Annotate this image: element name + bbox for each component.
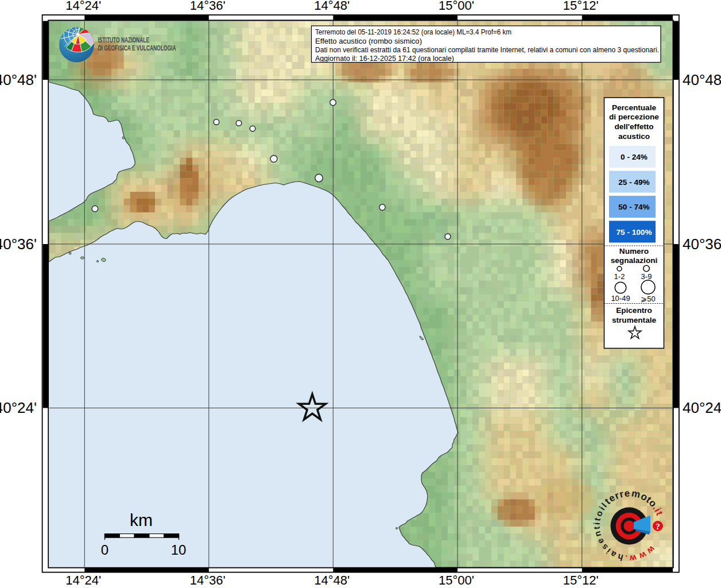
svg-text:ISTITUTO NAZIONALE: ISTITUTO NAZIONALE xyxy=(98,36,150,44)
svg-text:14°48': 14°48' xyxy=(314,0,350,13)
svg-text:40°24': 40°24' xyxy=(0,399,37,416)
svg-text:strumentale: strumentale xyxy=(612,316,656,324)
svg-text:14°24': 14°24' xyxy=(65,0,101,13)
svg-text:e: e xyxy=(624,488,630,499)
svg-text:segnalazioni: segnalazioni xyxy=(611,256,658,265)
svg-text:15°00': 15°00' xyxy=(439,573,474,587)
svg-text:Aggiornato il: 16-12-2025 17:4: Aggiornato il: 16-12-2025 17:42 (ora loc… xyxy=(315,55,454,63)
svg-text:14°36': 14°36' xyxy=(190,0,226,13)
svg-text:10: 10 xyxy=(171,542,187,558)
svg-text:40°48': 40°48' xyxy=(0,71,37,88)
svg-text:Percentuale: Percentuale xyxy=(612,103,657,112)
svg-text:15°12': 15°12' xyxy=(563,573,599,587)
svg-text:14°48': 14°48' xyxy=(314,573,350,587)
svg-text:Effetto acustico (rombo sismic: Effetto acustico (rombo sismico) xyxy=(315,37,422,45)
svg-text:dell'effetto: dell'effetto xyxy=(614,122,653,131)
svg-text:w: w xyxy=(629,553,638,563)
svg-text:40°36': 40°36' xyxy=(0,235,37,253)
svg-text:0 - 24%: 0 - 24% xyxy=(621,153,648,161)
svg-text:3-9: 3-9 xyxy=(641,272,652,281)
svg-text:75 - 100%: 75 - 100% xyxy=(617,228,652,237)
svg-text:50 - 74%: 50 - 74% xyxy=(618,203,649,211)
svg-text:Dati non verificati estratti d: Dati non verificati estratti da 61 quest… xyxy=(315,46,659,54)
svg-text:14°24': 14°24' xyxy=(65,573,101,587)
svg-text:15°12': 15°12' xyxy=(563,0,599,13)
svg-text:40°36': 40°36' xyxy=(683,235,721,253)
svg-text:DI GEOFISICA E VULCANOLOGIA: DI GEOFISICA E VULCANOLOGIA xyxy=(98,44,176,52)
svg-text:40°48': 40°48' xyxy=(683,71,721,88)
svg-text:Epicentro: Epicentro xyxy=(616,306,652,315)
svg-text:km: km xyxy=(130,510,153,529)
svg-text:14°36': 14°36' xyxy=(190,573,226,587)
svg-text:Numero: Numero xyxy=(619,247,649,256)
svg-text:acustico: acustico xyxy=(618,132,650,141)
svg-text:di percezione: di percezione xyxy=(609,113,659,121)
svg-text:15°00': 15°00' xyxy=(439,0,474,13)
svg-text:?: ? xyxy=(656,522,660,531)
svg-text:0: 0 xyxy=(101,542,108,558)
svg-text:⩾50: ⩾50 xyxy=(641,295,655,303)
svg-text:1-2: 1-2 xyxy=(614,272,625,281)
svg-text:Terremoto del 05-11-2019 16:24: Terremoto del 05-11-2019 16:24:52 (ora l… xyxy=(315,28,511,36)
svg-text:t: t xyxy=(591,526,601,529)
svg-text:40°24': 40°24' xyxy=(683,399,721,416)
svg-text:10-49: 10-49 xyxy=(611,294,630,303)
svg-text:25 - 49%: 25 - 49% xyxy=(618,178,649,187)
